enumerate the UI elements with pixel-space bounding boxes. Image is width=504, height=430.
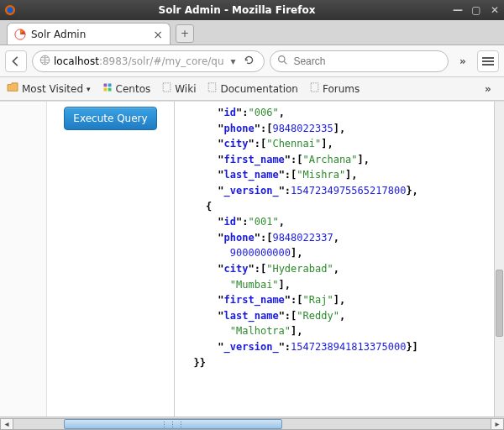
window-close-button[interactable]: ✕ — [489, 4, 501, 16]
page-icon — [207, 82, 217, 95]
solr-favicon-icon — [14, 29, 26, 40]
svg-rect-8 — [103, 88, 107, 92]
bookmark-label: Wiki — [175, 83, 196, 95]
svg-rect-11 — [209, 83, 217, 92]
horizontal-scrollbar[interactable]: ◂ ⋮⋮⋮ ▸ — [0, 417, 504, 430]
scrollbar-thumb[interactable]: ⋮⋮⋮ — [64, 419, 282, 429]
svg-rect-12 — [311, 83, 318, 92]
overflow-button[interactable]: » — [454, 55, 472, 67]
bookmark-documentation[interactable]: Documentation — [207, 82, 298, 95]
url-text: localhost:8983/solr/#/my_core/query — [54, 55, 224, 67]
bookmark-label: Forums — [323, 83, 360, 95]
page-content: Execute Query "id":"006", "phone":[98480… — [0, 101, 504, 417]
centos-icon — [102, 82, 113, 95]
vertical-scrollbar[interactable] — [494, 102, 504, 417]
window-title: Solr Admin - Mozilla Firefox — [22, 4, 452, 16]
scrollbar-track[interactable]: ⋮⋮⋮ — [13, 418, 491, 430]
json-response-output: "id":"006", "phone":[9848022335], "city"… — [181, 105, 497, 370]
scrollbar-thumb[interactable] — [496, 270, 503, 337]
url-bar[interactable]: localhost:8983/solr/#/my_core/query ▾ — [32, 50, 265, 72]
bookmark-wiki[interactable]: Wiki — [162, 82, 196, 95]
bookmark-label: Most Visited — [22, 83, 83, 95]
search-bar[interactable] — [270, 50, 449, 72]
window-minimize-button[interactable]: — — [452, 4, 464, 16]
globe-icon — [39, 55, 50, 68]
svg-point-1 — [8, 8, 13, 13]
search-icon — [277, 55, 288, 68]
svg-line-5 — [285, 61, 287, 64]
page-icon — [310, 82, 319, 95]
reload-icon[interactable] — [241, 55, 257, 68]
page-icon — [162, 82, 171, 95]
svg-rect-9 — [108, 88, 111, 92]
tab-close-icon[interactable]: × — [153, 28, 163, 41]
search-input[interactable] — [293, 55, 441, 67]
browser-tab[interactable]: Solr Admin × — [7, 23, 171, 45]
bookmark-most-visited[interactable]: Most Visited ▾ — [7, 82, 91, 95]
bookmark-label: Documentation — [220, 83, 298, 95]
execute-query-button[interactable]: Execute Query — [64, 107, 156, 130]
solr-query-panel: Execute Query — [47, 102, 175, 417]
bookmark-forums[interactable]: Forums — [310, 82, 360, 95]
menu-button[interactable] — [477, 50, 499, 72]
navigation-toolbar: localhost:8983/solr/#/my_core/query ▾ » — [0, 45, 504, 77]
folder-icon — [7, 82, 18, 95]
back-button[interactable] — [5, 50, 27, 72]
window-maximize-button[interactable]: ▢ — [470, 4, 482, 16]
bookmarks-toolbar: Most Visited ▾ Centos Wiki Documentation… — [0, 77, 504, 101]
bookmark-centos[interactable]: Centos — [102, 82, 151, 95]
new-tab-button[interactable]: + — [176, 24, 194, 43]
window-titlebar: Solr Admin - Mozilla Firefox — ▢ ✕ — [0, 0, 504, 20]
tab-title: Solr Admin — [31, 29, 148, 40]
dropdown-icon: ▾ — [87, 85, 91, 93]
bookmarks-overflow-button[interactable]: » — [479, 83, 497, 95]
scroll-right-button[interactable]: ▸ — [491, 418, 504, 430]
tab-bar: Solr Admin × + — [0, 20, 504, 45]
firefox-app-icon — [3, 3, 17, 17]
url-path: :8983/solr/#/my_core/query — [99, 55, 225, 67]
solr-response-panel: "id":"006", "phone":[9848022335], "city"… — [175, 102, 504, 417]
solr-left-sidebar — [0, 102, 47, 417]
url-history-dropdown-icon[interactable]: ▾ — [228, 55, 238, 67]
svg-rect-7 — [108, 84, 111, 87]
scroll-left-button[interactable]: ◂ — [0, 418, 13, 430]
svg-point-4 — [279, 55, 285, 61]
svg-rect-6 — [103, 84, 107, 87]
svg-rect-10 — [163, 83, 171, 92]
url-host: localhost — [54, 55, 99, 67]
bookmark-label: Centos — [116, 83, 151, 95]
